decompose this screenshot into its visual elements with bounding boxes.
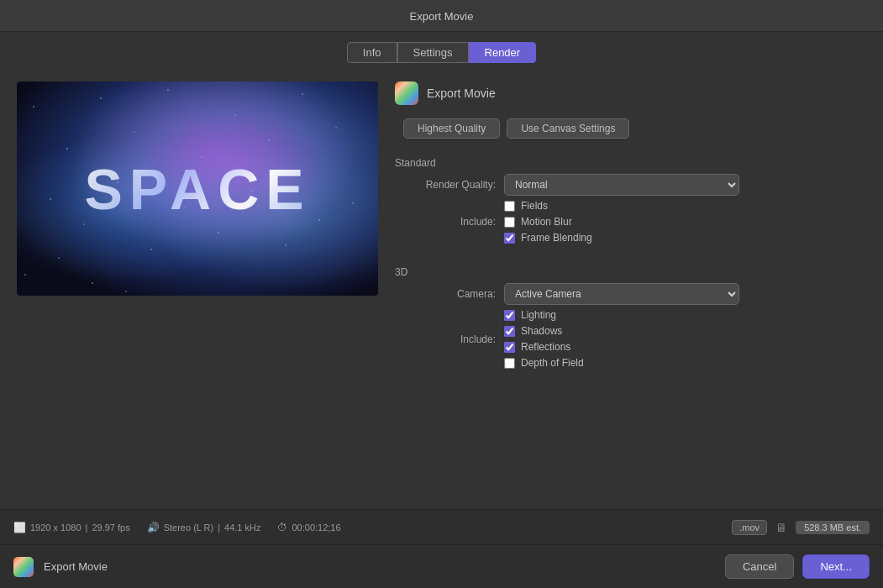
motion-blur-checkbox[interactable] [504, 217, 515, 228]
camera-field: Active Camera Camera 1 Camera 2 [504, 283, 866, 305]
lighting-checkbox-row[interactable]: Lighting [504, 309, 866, 321]
render-quality-select[interactable]: Draft Normal Best Custom [504, 174, 739, 196]
use-canvas-settings-button[interactable]: Use Canvas Settings [507, 118, 629, 139]
standard-section: Standard Render Quality: Draft Normal Be… [395, 154, 866, 248]
fields-label: Fields [521, 200, 548, 212]
status-bar-right: .mov 🖥 528.3 MB est. [732, 520, 870, 535]
duration-item: ⏱ 00:00:12;16 [277, 522, 340, 533]
render-quality-field: Draft Normal Best Custom [504, 174, 866, 196]
duration-value: 00:00:12;16 [292, 522, 340, 533]
shadows-checkbox[interactable] [504, 326, 515, 337]
frame-blending-label: Frame Blending [521, 232, 592, 244]
separator-1: | [86, 522, 88, 533]
standard-section-label: Standard [395, 157, 866, 169]
resolution-value: 1920 x 1080 [30, 522, 81, 533]
lighting-label: Lighting [521, 309, 556, 321]
fields-checkbox[interactable] [504, 201, 515, 212]
frame-blending-checkbox-row[interactable]: Frame Blending [504, 232, 866, 244]
include-label: Include: [395, 216, 504, 228]
depth-of-field-checkbox-row[interactable]: Depth of Field [504, 357, 866, 369]
fields-checkbox-row[interactable]: Fields [504, 200, 866, 212]
shadows-checkbox-row[interactable]: Shadows [504, 325, 866, 337]
title-bar: Export Movie [0, 0, 883, 32]
depth-of-field-checkbox[interactable] [504, 358, 515, 369]
quality-buttons-group: Highest Quality Use Canvas Settings [395, 118, 866, 139]
reflections-checkbox[interactable] [504, 342, 515, 353]
3d-section-label: 3D [395, 266, 866, 278]
camera-label: Camera: [395, 288, 504, 300]
duration-icon: ⏱ [277, 522, 287, 533]
audio-icon: 🔊 [147, 522, 160, 533]
resolution-icon: ⬜ [13, 522, 26, 533]
file-type-badge: .mov [732, 520, 767, 535]
3d-include-row: Include: Lighting Shadows Reflections [395, 309, 866, 369]
include-checkboxes: Fields Motion Blur Frame Blending [504, 200, 866, 244]
export-header-title: Export Movie [427, 87, 496, 100]
tab-settings[interactable]: Settings [397, 42, 469, 63]
render-quality-row: Render Quality: Draft Normal Best Custom [395, 174, 866, 196]
status-bar: ⬜ 1920 x 1080 | 29.97 fps 🔊 Stereo (L R)… [0, 509, 883, 544]
export-header: Export Movie [395, 81, 866, 105]
cancel-button[interactable]: Cancel [725, 554, 794, 579]
preview-image: SPACE [17, 81, 378, 296]
highest-quality-button[interactable]: Highest Quality [403, 118, 500, 139]
include-row: Include: Fields Motion Blur Frame Ble [395, 200, 866, 244]
render-quality-label: Render Quality: [395, 179, 504, 191]
frame-blending-checkbox[interactable] [504, 233, 515, 244]
reflections-label: Reflections [521, 341, 570, 353]
sample-rate-value: 44.1 kHz [224, 522, 260, 533]
depth-of-field-label: Depth of Field [521, 357, 584, 369]
tab-info[interactable]: Info [347, 42, 397, 63]
export-movie-icon [395, 81, 418, 105]
dialog-title: Export Movie [410, 10, 474, 23]
camera-row: Camera: Active Camera Camera 1 Camera 2 [395, 283, 866, 305]
fps-value: 29.97 fps [92, 522, 129, 533]
3d-include-label: Include: [395, 333, 504, 345]
section-3d: 3D Camera: Active Camera Camera 1 Camera… [395, 263, 866, 373]
monitor-icon: 🖥 [775, 521, 787, 534]
separator-2: | [218, 522, 220, 533]
camera-select[interactable]: Active Camera Camera 1 Camera 2 [504, 283, 739, 305]
size-estimate: 528.3 MB est. [796, 521, 870, 534]
export-movie-dialog: Export Movie Info Settings Render SPACE [0, 0, 883, 588]
audio-value: Stereo (L R) [164, 522, 214, 533]
3d-include-checkboxes: Lighting Shadows Reflections Depth [504, 309, 866, 369]
resolution-item: ⬜ 1920 x 1080 | 29.97 fps [13, 522, 130, 533]
reflections-checkbox-row[interactable]: Reflections [504, 341, 866, 353]
bottom-export-icon [13, 557, 34, 577]
bottom-bar: Export Movie Cancel Next... [0, 544, 883, 588]
motion-blur-checkbox-row[interactable]: Motion Blur [504, 216, 866, 228]
bottom-export-title: Export Movie [44, 560, 108, 573]
preview-area: SPACE [17, 81, 378, 499]
motion-blur-label: Motion Blur [521, 216, 572, 228]
tab-bar: Info Settings Render [0, 32, 883, 71]
preview-text: SPACE [84, 156, 310, 222]
next-button[interactable]: Next... [802, 554, 870, 579]
bottom-buttons: Cancel Next... [725, 554, 870, 579]
main-content: SPACE Export Movie Highest Quality Use C… [0, 71, 883, 509]
tab-render[interactable]: Render [469, 42, 537, 63]
audio-item: 🔊 Stereo (L R) | 44.1 kHz [147, 522, 261, 533]
settings-panel: Export Movie Highest Quality Use Canvas … [395, 81, 866, 499]
lighting-checkbox[interactable] [504, 310, 515, 321]
shadows-label: Shadows [521, 325, 562, 337]
